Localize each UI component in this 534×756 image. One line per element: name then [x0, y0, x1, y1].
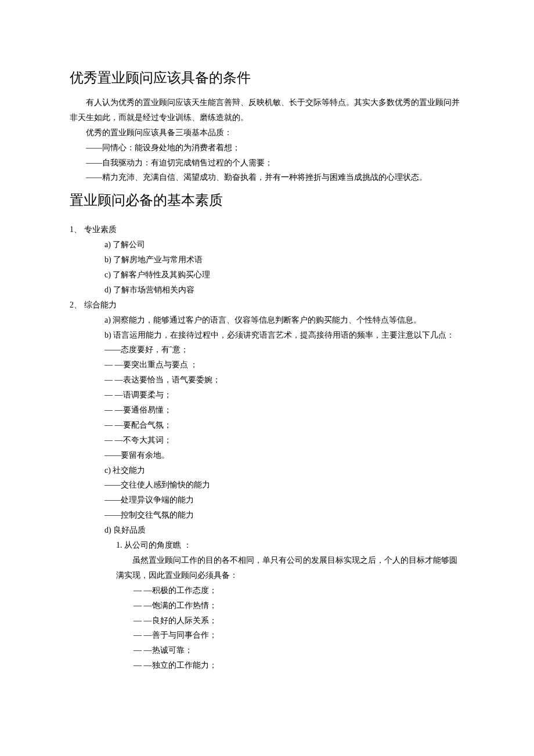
quality-para: 虽然置业顾问工作的目的各不相同，单只有公司的发展目标实现之后，个人的目标才能够圆… — [116, 553, 464, 583]
qdash-2: — —饱满的工作热情； — [134, 598, 464, 613]
social-2: ——处理异议争端的能力 — [104, 493, 464, 508]
item-2: 2、 综合能力 — [70, 298, 464, 313]
dash-2: — —要突出重点与要点 ； — [104, 357, 464, 372]
item-1: 1、 专业素质 — [70, 222, 464, 237]
item-1b: b) 了解房地产业与常用术语 — [104, 252, 464, 267]
item-1a: a) 了解公司 — [104, 237, 464, 252]
item-2a: a) 洞察能力，能够通过客户的语言、仪容等信息判断客户的购买能力、个性特点等信息… — [104, 313, 464, 328]
qdash-3: — —良好的人际关系； — [134, 613, 464, 628]
item-1c: c) 了解客户特性及其购买心理 — [104, 267, 464, 283]
item-2d: d) 良好品质 — [104, 523, 464, 538]
heading-2: 置业顾问必备的基本素质 — [70, 191, 464, 209]
quality-1: ——同情心：能设身处地的为消费者着想； — [70, 140, 464, 155]
dash-3: — —表达要恰当，语气要委婉； — [104, 372, 464, 388]
item-2b: b) 语言运用能力，在接待过程中，必须讲究语言艺术，提高接待用语的频率，主要注意… — [104, 328, 464, 343]
quality-2: ——自我驱动力：有迫切完成销售过程的个人需要； — [70, 155, 464, 171]
quality-nested-1: 1. 从公司的角度瞧 ： — [116, 538, 464, 553]
dash-5: — —要通俗易懂； — [104, 403, 464, 418]
intro-paragraph: 有人认为优秀的置业顾问应该天生能言善辩、反映机敏、长于交际等特点。其实大多数优秀… — [70, 95, 464, 125]
qdash-6: — —独立的工作能力； — [134, 658, 464, 673]
item-1d: d) 了解市场营销相关内容 — [104, 283, 464, 298]
heading-1: 优秀置业顾问应该具备的条件 — [70, 68, 464, 87]
qdash-4: — —善于与同事合作； — [134, 628, 464, 643]
social-1: ——交往使人感到愉快的能力 — [104, 478, 464, 493]
social-3: ——控制交往气氛的能力 — [104, 508, 464, 523]
dash-1: ——态度要好，有ˆ意； — [104, 342, 464, 357]
dash-8: ——要留有余地。 — [104, 448, 464, 463]
dash-7: — —不夸大其词； — [104, 433, 464, 448]
item-2c: c) 社交能力 — [104, 463, 464, 478]
quality-3: ——精力充沛、充满自信、渴望成功、勤奋执着，并有一种将挫折与困难当成挑战的心理状… — [70, 170, 464, 185]
dash-6: — —要配合气氛； — [104, 418, 464, 433]
dash-4: — —语调要柔与； — [104, 388, 464, 403]
qdash-1: — —积极的工作态度； — [134, 583, 464, 598]
quality-intro: 优秀的置业顾问应该具备三项基本品质： — [70, 125, 464, 140]
qdash-5: — —热诚可靠； — [134, 643, 464, 658]
